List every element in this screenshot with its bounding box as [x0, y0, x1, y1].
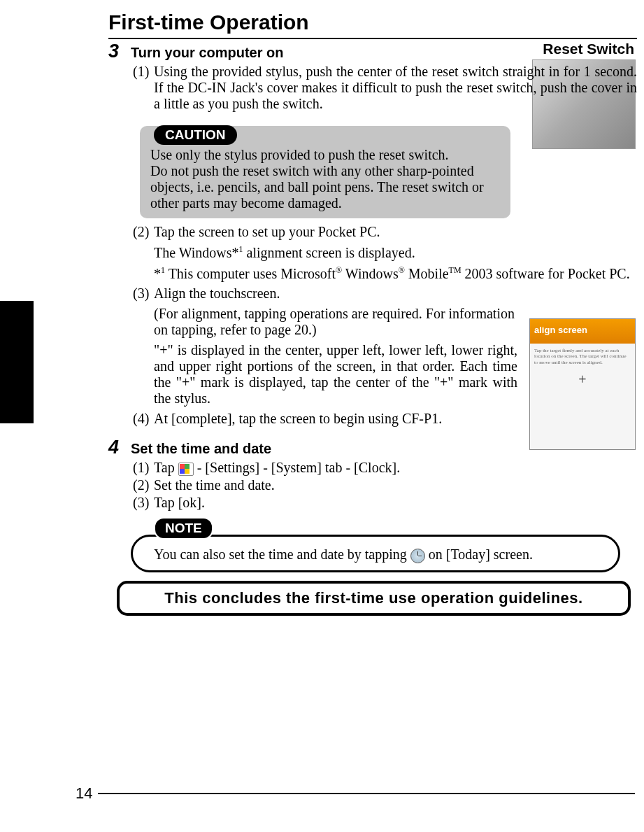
page-number: 14: [76, 784, 92, 803]
step3-title: Turn your computer on: [131, 45, 284, 61]
footer-line: [98, 793, 635, 794]
content: 3 Turn your computer on (1) Using the pr…: [108, 41, 637, 616]
step3-p3c: "+" is displayed in the center, upper le…: [154, 342, 517, 407]
step3-p3-text: Align the touchscreen.: [154, 285, 637, 302]
step3-p3b: (For alignment, tapping operations are r…: [154, 306, 517, 338]
step3-p4-text: At [complete], tap the screen to begin u…: [154, 411, 637, 427]
step4-p3-text: Tap [ok].: [154, 495, 637, 511]
step3-number: 3: [108, 41, 124, 62]
clock-icon: [410, 549, 425, 563]
footer: 14: [76, 784, 635, 803]
step4-title: Set the time and date: [131, 441, 271, 457]
step4-p2-text: Set the time and date.: [154, 477, 637, 493]
step4-p3-num: (3): [133, 495, 154, 511]
step4-number: 4: [108, 437, 124, 458]
page-title: First-time Operation: [108, 10, 637, 39]
caution-label: CAUTION: [154, 125, 237, 145]
step3-p2-num: (2): [133, 224, 154, 240]
step3-p1-text: Using the provided stylus, push the cent…: [154, 64, 637, 112]
step4-p2-num: (2): [133, 477, 154, 493]
step4-p1-text: Tap - [Settings] - [System] tab - [Clock…: [154, 460, 637, 476]
start-icon: [178, 463, 194, 476]
note-text-b: on [Today] screen.: [425, 547, 533, 562]
conclude-box: This concludes the first-time use operat…: [117, 581, 631, 616]
step3-p2-text: Tap the screen to set up your Pocket PC.: [154, 224, 637, 240]
caution-line1: Use only the stylus provided to push the…: [150, 147, 500, 163]
step3-p2c: *1 This computer uses Microsoft® Windows…: [154, 265, 637, 282]
step3-p2b: The Windows*1 alignment screen is displa…: [154, 244, 637, 261]
step4-p1-num: (1): [133, 460, 154, 476]
step3-p3-num: (3): [133, 285, 154, 302]
note-box: NOTE You can also set the time and date …: [131, 535, 620, 572]
caution-line2: Do not push the reset switch with any ot…: [150, 163, 500, 211]
side-tab: [0, 301, 34, 423]
step3-p1-num: (1): [133, 64, 154, 112]
step3-p4-num: (4): [133, 411, 154, 427]
caution-box: CAUTION Use only the stylus provided to …: [140, 126, 510, 218]
note-text-a: You can also set the time and date by ta…: [154, 547, 410, 562]
note-label: NOTE: [154, 517, 213, 540]
